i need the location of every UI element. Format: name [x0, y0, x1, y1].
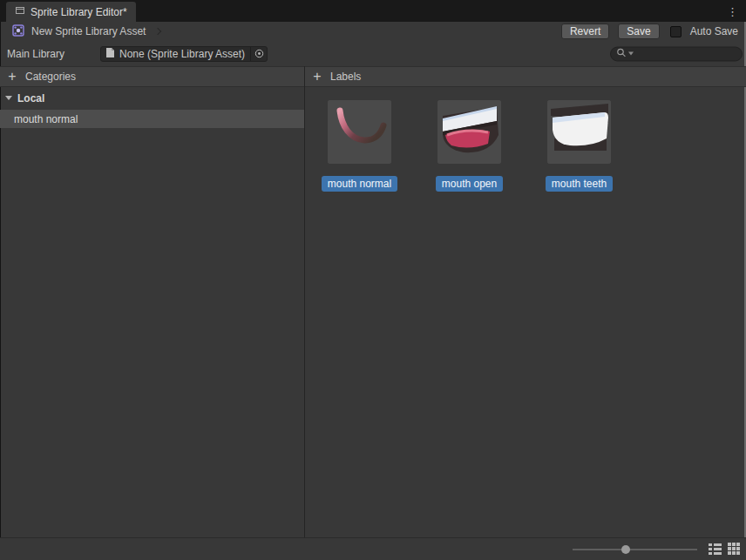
categories-panel: + Categories Local mouth normal: [0, 66, 305, 537]
footer-bar: [0, 537, 746, 560]
main-library-object-field[interactable]: None (Sprite Library Asset): [100, 46, 268, 62]
object-field-value: None (Sprite Library Asset): [119, 48, 246, 60]
sprite-thumbnail-mouth-open[interactable]: [437, 100, 501, 164]
zoom-slider-track[interactable]: [573, 549, 697, 550]
zoom-slider[interactable]: [573, 538, 697, 560]
zoom-slider-handle[interactable]: [621, 545, 630, 554]
save-button[interactable]: Save: [618, 24, 659, 39]
search-field[interactable]: [610, 46, 743, 61]
tab-bar: Sprite Library Editor* ⋮: [0, 0, 746, 22]
categories-header-label: Categories: [25, 71, 76, 83]
main-library-row: Main Library None (Sprite Library Asset): [0, 41, 746, 66]
sprite-thumbnail-mouth-normal[interactable]: [328, 100, 391, 164]
window-menu-button[interactable]: ⋮: [727, 5, 746, 22]
toolbar-actions: Revert Save Auto Save: [561, 24, 746, 39]
labels-panel: + Labels: [305, 66, 746, 537]
toolbar: New Sprite Library Asset Revert Save Aut…: [0, 22, 746, 41]
sprite-card-mouth-open[interactable]: mouth open: [437, 100, 501, 192]
list-view-button[interactable]: [709, 543, 722, 557]
categories-header-bar: + Categories: [0, 66, 304, 87]
search-filter-caret-icon: [628, 52, 634, 56]
main-area: + Categories Local mouth normal + Labels: [0, 66, 746, 537]
sprite-thumbnail-mouth-teeth[interactable]: [547, 100, 611, 164]
breadcrumb-separator-icon: [154, 28, 161, 35]
add-label-button[interactable]: +: [311, 71, 323, 83]
labels-header-bar: + Labels: [305, 66, 746, 87]
labels-header-label: Labels: [330, 71, 361, 83]
tab-sprite-library-editor[interactable]: Sprite Library Editor*: [6, 2, 136, 22]
search-icon: [616, 47, 627, 60]
sprite-card-mouth-normal[interactable]: mouth normal: [328, 100, 391, 192]
category-row-mouth-normal[interactable]: mouth normal: [0, 110, 304, 128]
tab-title: Sprite Library Editor*: [31, 6, 127, 18]
sprite-card-mouth-teeth[interactable]: mouth teeth: [547, 100, 611, 192]
sprite-card-grid: mouth normal mouth: [305, 87, 746, 192]
window-tab-icon: [15, 5, 25, 18]
sprite-library-editor-window: Sprite Library Editor* ⋮ New Sprite Libr…: [0, 0, 746, 560]
search-input[interactable]: [635, 48, 736, 60]
add-category-button[interactable]: +: [6, 71, 18, 83]
local-foldout[interactable]: Local: [0, 89, 304, 107]
auto-save-label: Auto Save: [690, 25, 738, 37]
sprite-label-pill[interactable]: mouth normal: [322, 176, 397, 192]
grid-view-button[interactable]: [728, 543, 742, 557]
main-library-label: Main Library: [7, 48, 64, 60]
asset-doc-icon: [105, 47, 115, 61]
revert-button[interactable]: Revert: [561, 24, 609, 39]
auto-save-checkbox[interactable]: [670, 26, 682, 37]
category-label: mouth normal: [14, 113, 78, 125]
sprite-library-asset-icon: [11, 24, 25, 40]
breadcrumb-item[interactable]: New Sprite Library Asset: [31, 25, 146, 37]
local-group-label: Local: [17, 92, 44, 105]
object-picker-icon[interactable]: [250, 47, 265, 61]
foldout-triangle-icon: [5, 96, 12, 100]
sprite-label-pill[interactable]: mouth teeth: [546, 176, 613, 192]
sprite-label-pill[interactable]: mouth open: [436, 176, 503, 192]
